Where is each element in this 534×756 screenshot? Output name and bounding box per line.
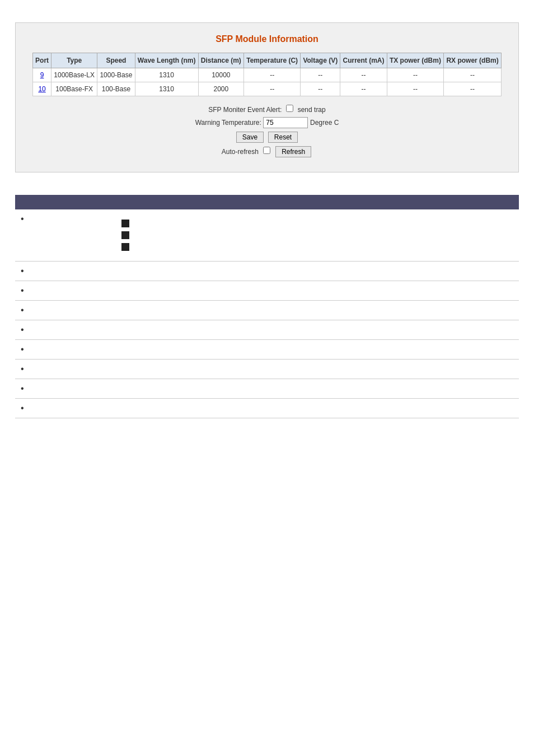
- sfp-cell: 1000-Base: [97, 68, 135, 82]
- content-cell: [116, 262, 519, 281]
- sfp-table-row: 10100Base-FX100-Base13102000----------: [33, 82, 502, 96]
- col-port: Port: [33, 53, 51, 68]
- sfp-table-row: 91000Base-LX1000-Base131010000----------: [33, 68, 502, 82]
- content-cell: [116, 209, 519, 262]
- col-temperature: Temperature (C): [244, 53, 301, 68]
- col-wavelength: Wave Length (nm): [135, 53, 198, 68]
- bottom-table-row: •: [15, 360, 519, 379]
- bottom-col-1: [15, 195, 116, 209]
- sfp-cell: --: [244, 68, 301, 82]
- refresh-button[interactable]: Refresh: [275, 146, 311, 157]
- bullet-cell: •: [15, 281, 116, 301]
- bullet-cell: •: [15, 209, 116, 262]
- col-current: Current (mA): [340, 53, 387, 68]
- bottom-table-row: •: [15, 262, 519, 281]
- sfp-panel: SFP Module Information Port Type Speed W…: [15, 22, 519, 172]
- bullet-cell: •: [15, 399, 116, 418]
- alert-label: SFP Moniter Event Alert:: [208, 106, 282, 114]
- sfp-cell: 1000Base-LX: [51, 68, 97, 82]
- send-trap-checkbox[interactable]: [286, 105, 293, 112]
- warning-temp-input[interactable]: [263, 117, 308, 128]
- auto-refresh-checkbox[interactable]: [263, 147, 270, 154]
- bullet-cell: •: [15, 262, 116, 281]
- warning-temp-label: Warning Temperature:: [195, 119, 261, 127]
- save-button[interactable]: Save: [236, 132, 264, 143]
- alert-row: SFP Moniter Event Alert: send trap: [32, 105, 502, 114]
- sfp-table: Port Type Speed Wave Length (nm) Distanc…: [32, 53, 502, 96]
- bullet-cell: •: [15, 379, 116, 399]
- bullet-cell: •: [15, 360, 116, 379]
- sfp-cell: 10000: [198, 68, 243, 82]
- bottom-table-row: •: [15, 301, 519, 320]
- port-link[interactable]: 10: [38, 85, 45, 93]
- sfp-cell: --: [301, 68, 340, 82]
- black-square-icon: [121, 243, 129, 251]
- bullet-cell: •: [15, 301, 116, 320]
- reset-button[interactable]: Reset: [268, 132, 298, 143]
- content-cell: [116, 281, 519, 301]
- col-voltage: Voltage (V): [301, 53, 340, 68]
- content-cell: [116, 340, 519, 360]
- auto-refresh-row: Auto-refresh Refresh: [32, 146, 502, 157]
- content-cell: [116, 360, 519, 379]
- degree-label: Degree C: [310, 119, 339, 127]
- warning-temp-row: Warning Temperature: Degree C: [32, 117, 502, 128]
- sfp-cell: --: [340, 68, 387, 82]
- bottom-table-row: •: [15, 399, 519, 418]
- col-speed: Speed: [97, 53, 135, 68]
- page-wrapper: SFP Module Information Port Type Speed W…: [0, 0, 534, 441]
- bottom-table-row: •: [15, 340, 519, 360]
- auto-refresh-label: Auto-refresh: [222, 148, 259, 156]
- sfp-cell: --: [387, 82, 443, 96]
- sfp-controls: SFP Moniter Event Alert: send trap Warni…: [32, 105, 502, 157]
- sfp-cell: 100-Base: [97, 82, 135, 96]
- sfp-cell: --: [444, 68, 502, 82]
- bullet-cell: •: [15, 320, 116, 340]
- bottom-table-row: •: [15, 281, 519, 301]
- content-cell: [116, 320, 519, 340]
- content-cell: [116, 301, 519, 320]
- col-distance: Distance (m): [198, 53, 243, 68]
- sfp-cell: 1310: [135, 82, 198, 96]
- send-trap-label: send trap: [298, 106, 326, 114]
- bottom-table: •••••••••: [15, 195, 519, 418]
- bullet-cell: •: [15, 340, 116, 360]
- black-square-icon: [121, 220, 129, 227]
- col-tx-power: TX power (dBm): [387, 53, 443, 68]
- col-rx-power: RX power (dBm): [444, 53, 502, 68]
- sfp-cell: --: [340, 82, 387, 96]
- sfp-cell: 1310: [135, 68, 198, 82]
- sfp-title: SFP Module Information: [32, 34, 502, 44]
- sfp-cell: 100Base-FX: [51, 82, 97, 96]
- bottom-table-row: •: [15, 209, 519, 262]
- col-type: Type: [51, 53, 97, 68]
- squares-group: [121, 214, 513, 256]
- save-reset-row: Save Reset: [32, 132, 502, 143]
- sfp-cell: --: [244, 82, 301, 96]
- bottom-table-row: •: [15, 320, 519, 340]
- sfp-cell: 2000: [198, 82, 243, 96]
- sfp-cell: --: [387, 68, 443, 82]
- bottom-col-2: [116, 195, 519, 209]
- black-square-icon: [121, 231, 129, 239]
- content-cell: [116, 399, 519, 418]
- port-link[interactable]: 9: [40, 71, 44, 79]
- sfp-cell: --: [444, 82, 502, 96]
- bottom-table-row: •: [15, 379, 519, 399]
- sfp-cell: --: [301, 82, 340, 96]
- content-cell: [116, 379, 519, 399]
